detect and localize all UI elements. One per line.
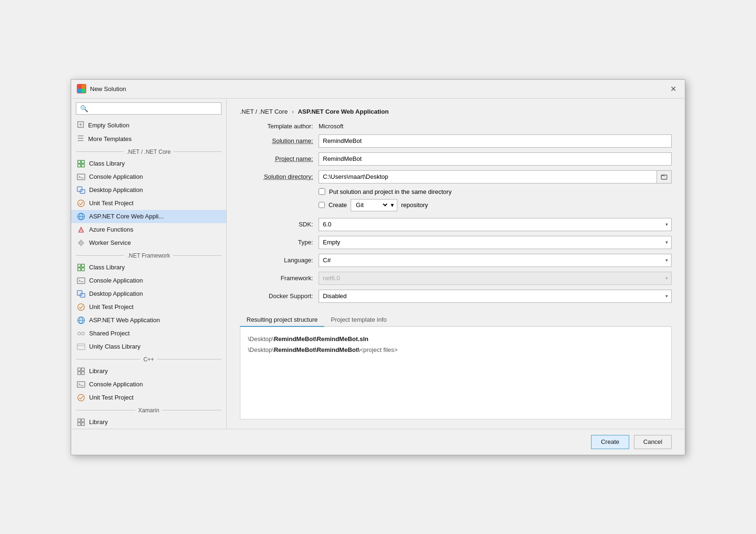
sdk-select[interactable]: 6.0 5.0 3.1 bbox=[319, 218, 672, 231]
create-repo-row: Create Git Mercurial ▾ repository bbox=[319, 199, 672, 211]
worker-service-label: Worker Service bbox=[89, 239, 221, 246]
same-dir-checkbox[interactable] bbox=[319, 188, 325, 195]
svg-rect-11 bbox=[77, 174, 85, 180]
framework-select[interactable]: net6.0 bbox=[319, 272, 672, 285]
nav-item-azure-functions[interactable]: Azure Functions bbox=[71, 223, 226, 236]
breadcrumb: .NET / .NET Core › ASP.NET Core Web Appl… bbox=[240, 108, 672, 115]
empty-solution-icon bbox=[77, 121, 84, 130]
project-name-row: Project name: bbox=[240, 152, 672, 166]
nav-item-unity-class[interactable]: Unity Class Library bbox=[71, 340, 226, 353]
svg-rect-3 bbox=[82, 89, 86, 93]
svg-rect-27 bbox=[82, 264, 84, 267]
aspnet-web-label: ASP.NET Web Application bbox=[89, 317, 221, 324]
asp-icon bbox=[77, 212, 85, 221]
nav-item-shared-project[interactable]: Shared Project bbox=[71, 327, 226, 340]
worker-icon bbox=[77, 239, 85, 247]
nav-item-xamarin-library[interactable]: Library bbox=[71, 416, 226, 429]
nav-item-class-library-fw[interactable]: Class Library bbox=[71, 261, 226, 274]
search-input[interactable] bbox=[91, 105, 217, 112]
template-author-value: Microsoft bbox=[319, 123, 344, 130]
svg-rect-13 bbox=[77, 187, 82, 192]
project-structure-panel: \Desktop\RemindMeBot\RemindMeBot.sln \De… bbox=[240, 327, 672, 419]
nav-item-cpp-unit-test[interactable]: Unit Test Project bbox=[71, 391, 226, 404]
structure-line1-bold: RemindMeBot\RemindMeBot.sln bbox=[274, 335, 369, 342]
desktop-app-label: Desktop Application bbox=[89, 186, 221, 193]
svg-rect-49 bbox=[78, 419, 81, 422]
azure-icon bbox=[77, 225, 85, 234]
create-button[interactable]: Create bbox=[591, 435, 629, 449]
nav-item-aspnet-web[interactable]: ASP.NET Web Application bbox=[71, 314, 226, 327]
tabs-row: Resulting project structure Project temp… bbox=[240, 313, 672, 327]
svg-rect-51 bbox=[78, 423, 81, 426]
nav-item-class-library[interactable]: Class Library bbox=[71, 157, 226, 170]
dir-row bbox=[319, 170, 672, 184]
tab-project-structure[interactable]: Resulting project structure bbox=[240, 313, 324, 327]
nav-item-empty-solution[interactable]: Empty Solution bbox=[71, 118, 226, 132]
language-label: Language: bbox=[240, 257, 313, 264]
dialog-body: 🔍 Empty Solution More Templates .NET / .… bbox=[71, 99, 685, 429]
section-cpp: C++ bbox=[71, 353, 226, 365]
nav-item-unit-test[interactable]: Unit Test Project bbox=[71, 197, 226, 210]
structure-line2-bold: RemindMeBot\RemindMeBot\ bbox=[274, 346, 360, 353]
svg-point-48 bbox=[78, 394, 84, 401]
svg-rect-42 bbox=[78, 368, 81, 371]
nav-item-cpp-console[interactable]: Console Application bbox=[71, 378, 226, 391]
svg-rect-9 bbox=[78, 164, 81, 167]
svg-rect-26 bbox=[78, 264, 81, 267]
sdk-label: SDK: bbox=[240, 221, 313, 228]
console-fw-label: Console Application bbox=[89, 277, 221, 284]
class-library-fw-label: Class Library bbox=[89, 264, 221, 271]
svg-point-21 bbox=[81, 242, 82, 243]
console-fw-icon bbox=[77, 276, 85, 285]
solution-dir-label: Solution directory: bbox=[240, 173, 313, 180]
console-icon bbox=[77, 173, 85, 181]
browse-button[interactable] bbox=[657, 170, 672, 184]
aspnet-core-label: ASP.NET Core Web Appli... bbox=[89, 213, 221, 220]
project-name-input[interactable] bbox=[319, 152, 672, 166]
cpp-library-label: Library bbox=[89, 367, 221, 375]
nav-item-aspnet-core[interactable]: ASP.NET Core Web Appli... bbox=[71, 210, 226, 223]
docker-row: Docker Support: Disabled Linux Windows ▾ bbox=[240, 290, 672, 303]
unit-test-icon bbox=[77, 199, 85, 208]
nav-item-worker-service[interactable]: Worker Service bbox=[71, 236, 226, 250]
cancel-button[interactable]: Cancel bbox=[634, 435, 672, 449]
structure-line-2: \Desktop\RemindMeBot\RemindMeBot\<projec… bbox=[248, 344, 664, 355]
nav-item-desktop-app[interactable]: Desktop Application bbox=[71, 184, 226, 197]
more-templates-label: More Templates bbox=[88, 135, 131, 142]
solution-dir-input[interactable] bbox=[319, 170, 657, 184]
project-name-label: Project name: bbox=[240, 155, 313, 162]
nav-item-desktop-fw[interactable]: Desktop Application bbox=[71, 287, 226, 300]
svg-rect-0 bbox=[77, 84, 82, 89]
svg-rect-52 bbox=[82, 423, 84, 426]
section-xamarin: Xamarin bbox=[71, 404, 226, 416]
nav-item-console-fw[interactable]: Console Application bbox=[71, 274, 226, 287]
solution-name-label: Solution name: bbox=[240, 137, 313, 144]
solution-dir-row: Solution directory: bbox=[240, 170, 672, 184]
git-dropdown-arrow: ▾ bbox=[391, 201, 394, 209]
repo-type-select[interactable]: Git Mercurial bbox=[354, 201, 389, 209]
desktop-icon bbox=[77, 186, 85, 194]
cpp-unit-test-label: Unit Test Project bbox=[89, 394, 221, 401]
solution-name-row: Solution name: bbox=[240, 134, 672, 148]
xamarin-library-label: Library bbox=[89, 418, 221, 426]
language-select[interactable]: C# F# VB bbox=[319, 254, 672, 267]
language-select-wrapper: C# F# VB ▾ bbox=[319, 254, 672, 267]
nav-item-console-app[interactable]: Console Application bbox=[71, 170, 226, 184]
same-dir-label: Put solution and project in the same dir… bbox=[329, 188, 452, 195]
nav-item-cpp-library[interactable]: Library bbox=[71, 365, 226, 378]
app-logo bbox=[77, 84, 86, 93]
structure-line2-end: <project files> bbox=[360, 346, 398, 353]
type-select[interactable]: Empty Web App Web API MVC bbox=[319, 236, 672, 249]
tab-template-info[interactable]: Project template info bbox=[324, 313, 394, 327]
type-select-wrapper: Empty Web App Web API MVC ▾ bbox=[319, 236, 672, 249]
create-repo-checkbox[interactable] bbox=[319, 202, 325, 208]
class-lib-fw-icon bbox=[77, 263, 85, 272]
close-button[interactable]: ✕ bbox=[667, 83, 679, 94]
docker-select[interactable]: Disabled Linux Windows bbox=[319, 290, 672, 303]
nav-item-unit-test-fw[interactable]: Unit Test Project bbox=[71, 300, 226, 314]
svg-rect-44 bbox=[78, 372, 81, 375]
nav-item-more-templates[interactable]: More Templates bbox=[71, 132, 226, 146]
more-templates-icon bbox=[77, 134, 84, 143]
shared-project-label: Shared Project bbox=[89, 330, 221, 337]
solution-name-input[interactable] bbox=[319, 134, 672, 148]
